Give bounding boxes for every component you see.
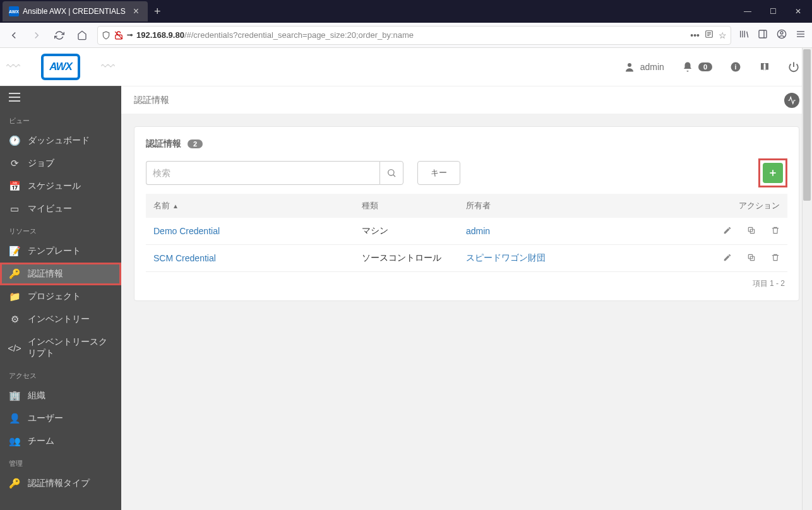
app-root: 〰 AWX 〰 ビュー 🕐ダッシュボード ⟳ジョブ 📅スケジュール ▭マイビュー… <box>0 48 812 510</box>
browser-tab[interactable]: AWX Ansible AWX | CREDENTIALS × <box>3 1 148 21</box>
credential-name-link[interactable]: SCM Credential <box>153 253 216 263</box>
username: admin <box>640 62 664 72</box>
logo[interactable]: 〰 AWX 〰 <box>0 48 121 86</box>
pagination-summary: 項目 1 - 2 <box>146 272 787 289</box>
back-button[interactable] <box>6 28 21 43</box>
reader-icon[interactable] <box>705 30 713 40</box>
bookmark-icon[interactable]: ☆ <box>719 30 727 40</box>
svg-point-23 <box>388 170 394 175</box>
sidebar-item-inventories[interactable]: ⚙インベントリー <box>0 308 121 331</box>
add-button[interactable] <box>763 163 783 183</box>
awx-logo-text: AWX <box>41 54 80 80</box>
credtype-icon: 🔑 <box>9 478 20 489</box>
col-name[interactable]: 名前▲ <box>153 200 362 211</box>
table-header: 名前▲ 種類 所有者 アクション <box>146 194 787 218</box>
col-owner[interactable]: 所有者 <box>466 200 685 211</box>
user-icon: 👤 <box>9 413 20 424</box>
owner-link[interactable]: スピードワゴン財団 <box>466 252 546 263</box>
logout-button[interactable] <box>788 61 799 73</box>
scroll-thumb[interactable] <box>803 49 811 201</box>
hamburger-icon[interactable] <box>9 93 20 104</box>
sidebar-item-organizations[interactable]: 🏢組織 <box>0 384 121 407</box>
home-button[interactable] <box>75 28 90 43</box>
menu-icon[interactable] <box>796 29 806 42</box>
activity-icon[interactable] <box>784 93 799 108</box>
insecure-icon[interactable] <box>114 31 123 40</box>
credential-name-link[interactable]: Demo Credential <box>153 226 220 236</box>
shield-icon[interactable] <box>102 31 110 40</box>
browser-chrome: AWX Ansible AWX | CREDENTIALS × + — ☐ ✕ <box>0 0 812 48</box>
credential-type: マシン <box>362 225 466 237</box>
section-admin: 管理 <box>0 453 121 472</box>
url-bar[interactable]: ⊸ 192.168.9.80/#/credentials?credential_… <box>97 26 731 45</box>
credentials-table: 名前▲ 種類 所有者 アクション Demo Credential マシン adm… <box>146 194 787 272</box>
copy-icon[interactable] <box>747 253 756 264</box>
team-icon: 👥 <box>9 436 20 447</box>
section-access: アクセス <box>0 365 121 384</box>
key-button[interactable]: キー <box>417 161 460 185</box>
forward-button[interactable] <box>29 28 44 43</box>
content-area: 認証情報 2 キー <box>121 114 812 314</box>
sidebar-item-users[interactable]: 👤ユーザー <box>0 407 121 430</box>
copy-icon[interactable] <box>747 226 756 237</box>
key-icon: 🔑 <box>9 268 20 280</box>
account-icon[interactable] <box>777 29 787 42</box>
panel-title: 認証情報 <box>146 138 181 150</box>
panel-icon: ▭ <box>9 203 20 215</box>
sidebar-item-dashboard[interactable]: 🕐ダッシュボード <box>0 129 121 152</box>
col-type[interactable]: 種類 <box>362 200 466 211</box>
sidebar-icon[interactable] <box>758 29 768 42</box>
search-button[interactable] <box>379 161 403 185</box>
notifications[interactable]: 0 <box>682 61 712 73</box>
delete-icon[interactable] <box>771 226 780 237</box>
section-resources: リソース <box>0 220 121 240</box>
credentials-panel: 認証情報 2 キー <box>134 126 799 301</box>
owner-link[interactable]: admin <box>466 226 490 236</box>
minimize-icon[interactable]: — <box>741 5 754 18</box>
new-tab-button[interactable]: + <box>148 5 167 18</box>
sidebar-item-myview[interactable]: ▭マイビュー <box>0 198 121 220</box>
wing-left-icon: 〰 <box>6 59 20 75</box>
reload-button[interactable] <box>52 28 67 43</box>
tab-close-icon[interactable]: × <box>131 6 141 17</box>
close-window-icon[interactable]: ✕ <box>792 5 804 18</box>
edit-icon[interactable] <box>723 226 732 237</box>
sidebar-item-projects[interactable]: 📁プロジェクト <box>0 285 121 308</box>
docs-button[interactable] <box>759 61 770 73</box>
maximize-icon[interactable]: ☐ <box>767 5 779 18</box>
table-row: Demo Credential マシン admin <box>146 218 787 245</box>
script-icon: </> <box>9 343 20 353</box>
svg-point-20 <box>628 63 631 67</box>
window-controls: — ☐ ✕ <box>741 5 812 18</box>
jobs-icon: ⟳ <box>9 158 20 169</box>
sidebar-item-templates[interactable]: 📝テンプレート <box>0 240 121 263</box>
sidebar-item-credentials[interactable]: 🔑認証情報 <box>0 263 121 285</box>
sidebar-item-schedules[interactable]: 📅スケジュール <box>0 175 121 198</box>
sidebar-item-jobs[interactable]: ⟳ジョブ <box>0 152 121 175</box>
library-icon[interactable] <box>739 29 749 42</box>
table-row: SCM Credential ソースコントロール スピードワゴン財団 <box>146 245 787 272</box>
folder-icon: 📁 <box>9 291 20 302</box>
key-icon[interactable]: ⊸ <box>127 31 133 39</box>
sidebar: 〰 AWX 〰 ビュー 🕐ダッシュボード ⟳ジョブ 📅スケジュール ▭マイビュー… <box>0 48 121 510</box>
section-view: ビュー <box>0 110 121 129</box>
more-icon[interactable]: ••• <box>690 30 700 40</box>
template-icon: 📝 <box>9 246 20 257</box>
panel-header: 認証情報 2 <box>146 138 787 150</box>
search-input[interactable] <box>146 161 379 185</box>
main: admin 0 i 認証情報 認証 <box>121 48 812 510</box>
info-button[interactable]: i <box>730 61 741 73</box>
notification-count: 0 <box>698 62 712 71</box>
inventory-icon: ⚙ <box>9 314 20 325</box>
sidebar-item-inventory-scripts[interactable]: </>インベントリースクリプト <box>0 331 121 365</box>
top-header: admin 0 i <box>121 48 812 86</box>
sidebar-item-credential-types[interactable]: 🔑認証情報タイプ <box>0 472 121 495</box>
sidebar-item-teams[interactable]: 👥チーム <box>0 430 121 453</box>
sort-asc-icon: ▲ <box>172 203 179 210</box>
favicon: AWX <box>9 6 19 16</box>
scrollbar[interactable] <box>802 48 812 510</box>
edit-icon[interactable] <box>723 253 732 264</box>
user-menu[interactable]: admin <box>624 61 664 73</box>
svg-point-13 <box>780 32 783 34</box>
delete-icon[interactable] <box>771 253 780 264</box>
